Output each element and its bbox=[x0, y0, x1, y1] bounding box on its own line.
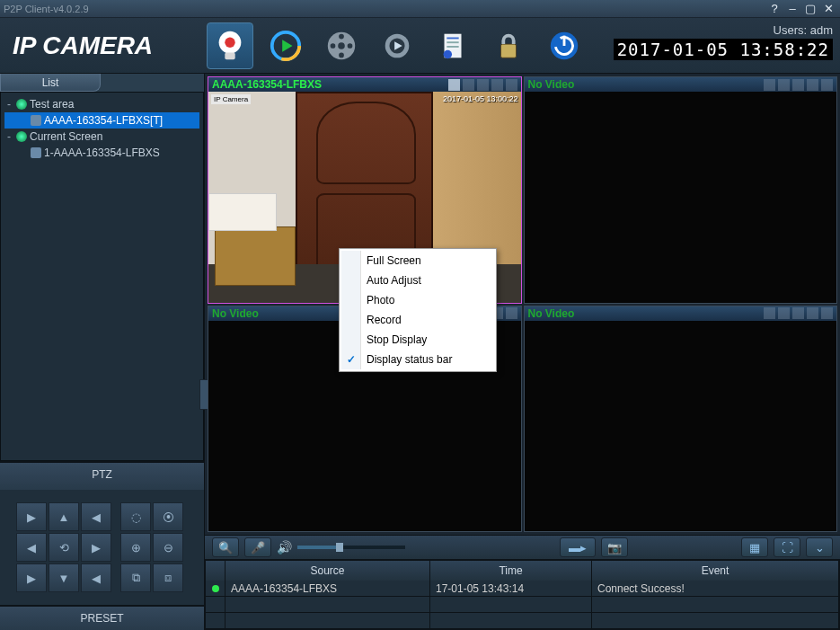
close-feed-icon[interactable] bbox=[821, 79, 833, 91]
ctx-record[interactable]: Record bbox=[341, 310, 494, 330]
log-row[interactable] bbox=[206, 613, 839, 629]
ptz-up[interactable]: ▲ bbox=[49, 502, 79, 531]
log-col-source: Source bbox=[225, 561, 430, 581]
camera-icon bbox=[31, 115, 41, 126]
close-feed-icon[interactable] bbox=[506, 79, 517, 91]
user-info: Users: adm 2017-01-05 13:58:22 bbox=[614, 23, 833, 60]
tree-camera-2[interactable]: 1-AAAA-163354-LFBXS bbox=[4, 145, 199, 161]
focus-far[interactable]: ⊖ bbox=[153, 533, 183, 562]
speaker-icon[interactable] bbox=[778, 79, 790, 91]
ptz-up-left[interactable]: ▶ bbox=[16, 502, 47, 531]
ptz-down-left[interactable]: ▶ bbox=[16, 563, 47, 592]
svg-point-7 bbox=[338, 42, 345, 49]
snapshot-button[interactable]: 📷 bbox=[601, 537, 628, 557]
svg-rect-17 bbox=[447, 41, 458, 43]
mic-icon[interactable] bbox=[764, 79, 775, 91]
mic-icon[interactable] bbox=[764, 307, 775, 319]
power-tab[interactable] bbox=[541, 22, 588, 69]
ctx-display-status-bar[interactable]: ✓Display status bar bbox=[341, 350, 494, 369]
mic-icon[interactable] bbox=[448, 79, 460, 91]
ctx-stop-display[interactable]: Stop Display bbox=[341, 330, 494, 350]
remote-playback-tab[interactable] bbox=[318, 22, 365, 69]
close-feed-icon[interactable] bbox=[506, 307, 517, 319]
webcam-icon bbox=[213, 29, 247, 63]
ctx-full-screen[interactable]: Full Screen bbox=[341, 251, 494, 271]
ptz-left[interactable]: ◀ bbox=[16, 533, 47, 562]
snapshot-icon[interactable] bbox=[807, 307, 818, 319]
snapshot-icon[interactable] bbox=[491, 79, 503, 91]
tree-group-test-area[interactable]: - Test area bbox=[4, 96, 199, 112]
playback-tab[interactable] bbox=[262, 22, 309, 69]
speaker-icon[interactable] bbox=[463, 79, 474, 91]
status-dot-icon bbox=[212, 585, 219, 592]
speaker-icon[interactable] bbox=[778, 307, 790, 319]
log-col-event: Event bbox=[592, 561, 839, 581]
svg-marker-5 bbox=[282, 40, 292, 51]
volume-icon[interactable]: 🔊 bbox=[277, 540, 292, 555]
layout-grid-button[interactable]: ▦ bbox=[741, 537, 768, 557]
collapse-icon[interactable]: - bbox=[4, 130, 13, 143]
video-cell-2[interactable]: No Video bbox=[524, 76, 838, 304]
record-icon[interactable] bbox=[792, 307, 804, 319]
collapse-icon[interactable]: - bbox=[4, 98, 13, 111]
svg-rect-20 bbox=[501, 44, 517, 58]
lock-tab[interactable] bbox=[485, 22, 532, 69]
snapshot-icon[interactable] bbox=[807, 79, 818, 91]
close-feed-icon[interactable] bbox=[821, 307, 833, 319]
cell-1-title: AAAA-163354-LFBXS bbox=[212, 78, 448, 91]
iris-open[interactable]: ◌ bbox=[120, 502, 151, 531]
titlebar: P2P Client-v4.0.2.9 ? – ▢ ✕ bbox=[0, 0, 840, 18]
power-icon bbox=[547, 29, 581, 63]
collapse-log-button[interactable]: ⌄ bbox=[806, 537, 833, 557]
ptz-dpad: ▶ ▲ ◀ ◀ ⟲ ▶ ▶ ▼ ◀ bbox=[16, 502, 111, 592]
tree-group-current-screen[interactable]: - Current Screen bbox=[4, 129, 199, 145]
record-all-button[interactable]: ▬▸ bbox=[560, 537, 596, 557]
focus-near[interactable]: ⊕ bbox=[120, 533, 151, 562]
close-button[interactable]: ✕ bbox=[820, 2, 836, 16]
ctx-auto-adjust[interactable]: Auto Adjust bbox=[341, 271, 494, 290]
svg-point-10 bbox=[339, 52, 344, 58]
ptz-section: PTZ ▶ ▲ ◀ ◀ ⟲ ▶ ▶ ▼ ◀ ◌ ⦿ ⊕ ⊖ bbox=[0, 461, 204, 630]
video-cell-4[interactable]: No Video bbox=[524, 306, 838, 533]
lock-icon bbox=[491, 29, 526, 63]
record-icon[interactable] bbox=[477, 79, 489, 91]
left-panel: List - Test area AAAA-163354-LFBXS[T] - … bbox=[0, 74, 205, 630]
zoom-button[interactable]: 🔍 bbox=[212, 537, 239, 557]
settings-tab[interactable] bbox=[374, 22, 420, 69]
tree-camera-1[interactable]: AAAA-163354-LFBXS[T] bbox=[4, 112, 199, 129]
volume-slider[interactable] bbox=[297, 546, 405, 549]
video-grid: AAAA-163354-LFBXS IP Camera bbox=[205, 74, 840, 535]
fullscreen-button[interactable]: ⛶ bbox=[774, 537, 800, 557]
maximize-button[interactable]: ▢ bbox=[802, 2, 818, 16]
ptz-down[interactable]: ▼ bbox=[49, 563, 79, 592]
zoom-in[interactable]: ⧉ bbox=[120, 563, 151, 592]
event-log: Source Time Event AAAA-163354-LFBXS 17-0… bbox=[205, 560, 840, 630]
logs-tab[interactable] bbox=[429, 22, 476, 69]
window-title: P2P Client-v4.0.2.9 bbox=[4, 4, 89, 14]
ptz-up-right[interactable]: ◀ bbox=[81, 502, 111, 531]
log-col-time: Time bbox=[430, 561, 592, 581]
svg-rect-16 bbox=[447, 37, 458, 39]
ptz-header: PTZ bbox=[0, 463, 204, 490]
talk-button[interactable]: 🎤 bbox=[244, 537, 271, 557]
preset-header: PRESET bbox=[0, 605, 204, 630]
camera-icon bbox=[31, 147, 41, 158]
ptz-right[interactable]: ▶ bbox=[81, 533, 111, 562]
gear-play-icon bbox=[380, 29, 414, 63]
log-row[interactable]: AAAA-163354-LFBXS 17-01-05 13:43:14 Conn… bbox=[206, 581, 839, 597]
clock: 2017-01-05 13:58:22 bbox=[614, 39, 833, 60]
log-row[interactable] bbox=[206, 597, 839, 613]
zoom-out[interactable]: ⧈ bbox=[153, 563, 183, 592]
record-icon[interactable] bbox=[792, 79, 804, 91]
help-button[interactable]: ? bbox=[766, 2, 783, 16]
ptz-down-right[interactable]: ◀ bbox=[81, 563, 111, 592]
svg-point-9 bbox=[348, 43, 353, 49]
iris-close[interactable]: ⦿ bbox=[153, 502, 183, 531]
minimize-button[interactable]: – bbox=[784, 2, 800, 16]
ptz-auto[interactable]: ⟲ bbox=[49, 533, 79, 562]
ctx-photo[interactable]: Photo bbox=[341, 290, 494, 310]
reel-icon bbox=[324, 29, 358, 63]
live-view-tab[interactable] bbox=[207, 22, 253, 69]
list-tab[interactable]: List bbox=[0, 74, 101, 92]
svg-point-11 bbox=[331, 43, 336, 49]
